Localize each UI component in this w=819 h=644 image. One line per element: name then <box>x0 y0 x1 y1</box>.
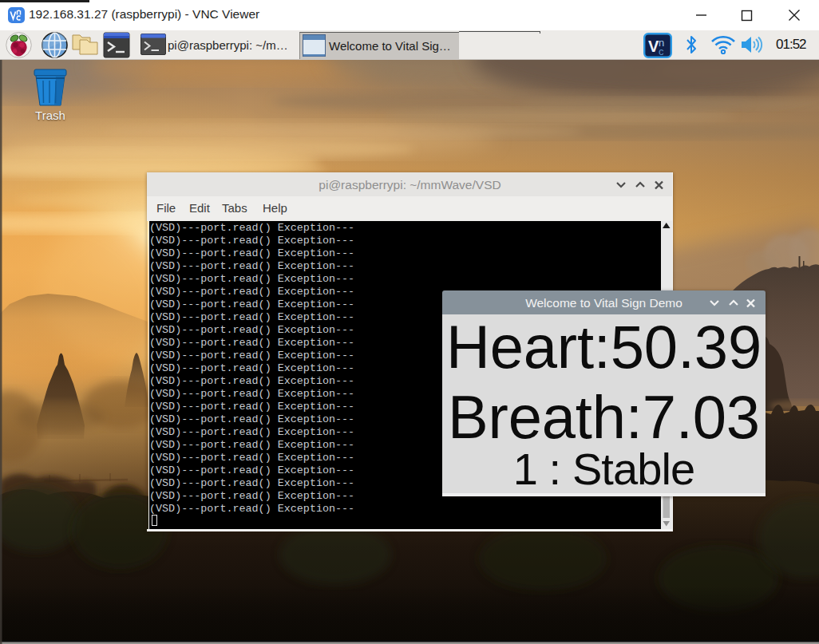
svg-text:V: V <box>648 38 659 55</box>
svg-text:c: c <box>659 45 664 57</box>
